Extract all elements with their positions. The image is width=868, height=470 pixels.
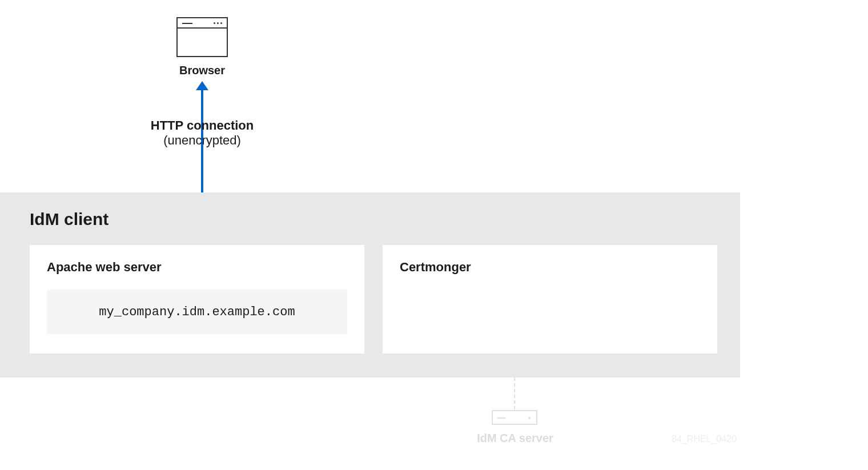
diagram-canvas: Browser HTTP connection (unencrypted) Id…	[0, 0, 868, 470]
ca-server-dash-line	[514, 377, 515, 409]
ca-server-label: IdM CA server	[468, 432, 562, 445]
connection-note: (unencrypted)	[131, 133, 273, 148]
certmonger-panel: Certmonger	[383, 245, 717, 353]
apache-hostname: my_company.idm.example.com	[47, 290, 347, 334]
browser-titlebar	[178, 18, 227, 29]
certmonger-title: Certmonger	[400, 260, 700, 275]
server-icon	[492, 410, 537, 425]
idm-client-title: IdM client	[30, 210, 717, 229]
idm-client-boxes: Apache web server my_company.idm.example…	[30, 245, 717, 353]
connection-label: HTTP connection (unencrypted)	[131, 118, 273, 148]
connection-type: HTTP connection	[131, 118, 273, 133]
apache-title: Apache web server	[47, 260, 347, 275]
browser-icon	[176, 17, 228, 57]
apache-panel: Apache web server my_company.idm.example…	[30, 245, 364, 353]
footer-code: 84_RHEL_0420	[672, 434, 737, 444]
browser-label: Browser	[176, 64, 228, 77]
idm-client-container: IdM client Apache web server my_company.…	[0, 192, 740, 377]
browser-window-dots	[214, 22, 222, 24]
